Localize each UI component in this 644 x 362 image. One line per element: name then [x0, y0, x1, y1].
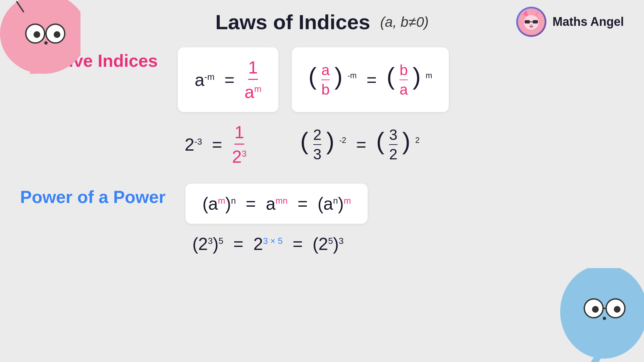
svg-point-22 [530, 24, 532, 26]
frac-ab: a b [321, 62, 330, 98]
pe-lhs: (23)5 [192, 234, 223, 254]
svg-point-6 [44, 41, 48, 45]
formula-box-1: a-m = 1 am [178, 47, 278, 112]
pf-eq1: = [241, 194, 261, 214]
negative-indices-section: Negative Indices a-m = 1 am [20, 47, 624, 167]
formula-box-2: ( a b ) -m = ( [292, 47, 449, 112]
pe-eq1: = [228, 234, 248, 254]
pf-lhs: (am)n [202, 194, 236, 214]
subtitle: (a, b≠0) [380, 14, 429, 30]
formula-1-rhs: 1 am [245, 57, 262, 102]
numerator-1: 1 [248, 57, 258, 80]
page-title: Laws of Indices [215, 10, 370, 34]
main-content: Negative Indices a-m = 1 am [0, 34, 644, 284]
logo-area: Maths Angel [516, 7, 624, 37]
denominator-1: am [245, 81, 262, 102]
power-example-math: (23)5 = 23 × 5 = (25)3 [192, 234, 343, 254]
power-example-row: (23)5 = 23 × 5 = (25)3 [185, 234, 368, 254]
title-area: Laws of Indices (a, b≠0) [215, 10, 429, 34]
power-formula-math: (am)n = amn = (an)m [202, 194, 351, 214]
formula-2-lhs: ( a b ) -m [309, 62, 357, 98]
pe-mid: 23 × 5 [253, 234, 282, 254]
negative-indices-formulas: a-m = 1 am ( [178, 47, 449, 167]
examples-row: 2-3 = 1 23 ( 2 3 ) [178, 122, 449, 167]
svg-rect-19 [525, 20, 530, 23]
formula-2-math: ( a b ) -m = ( [309, 62, 432, 98]
formula-1-math: a-m = 1 am [195, 57, 261, 102]
equals-1: = [220, 70, 239, 90]
frac-ba: b a [399, 62, 408, 98]
svg-point-13 [614, 306, 621, 313]
equals-2: = [362, 70, 381, 90]
svg-point-12 [592, 306, 599, 313]
pf-eq2: = [292, 194, 312, 214]
formula-boxes-row: a-m = 1 am ( [178, 47, 449, 112]
formula-2-rhs: ( b a ) m [386, 62, 432, 98]
ex1-lhs: 2-3 [184, 135, 202, 155]
ex2-frac-rhs: 3 2 [389, 126, 397, 163]
ex2-lhs: ( 2 3 ) -2 [300, 126, 346, 163]
brand-name: Maths Angel [552, 15, 624, 29]
pf-mid: amn [266, 194, 287, 214]
header: Laws of Indices (a, b≠0) Math [0, 0, 644, 34]
formula-1-lhs: a-m [195, 70, 214, 90]
blue-monster [557, 268, 644, 362]
ex2-eq: = [351, 135, 371, 155]
svg-point-14 [603, 317, 606, 320]
power-of-power-label: Power of a Power [20, 184, 165, 207]
example-1-math: 2-3 = 1 23 [184, 122, 247, 167]
power-of-power-section: Power of a Power (am)n = amn = (an)m [20, 184, 624, 254]
ex2-rhs: ( 3 2 ) 2 [376, 126, 420, 163]
svg-rect-20 [533, 20, 538, 23]
example-2-math: ( 2 3 ) -2 = ( 3 2 [300, 122, 420, 167]
power-formulas-col: (am)n = amn = (an)m (23)5 = 23 × 5 = [185, 184, 368, 254]
power-formula-box: (am)n = amn = (an)m [185, 184, 368, 224]
pf-rhs: (an)m [318, 194, 351, 214]
pe-rhs: (25)3 [313, 234, 344, 254]
ex2-frac-lhs: 2 3 [313, 126, 322, 163]
ex1-eq: = [207, 135, 227, 155]
pe-eq2: = [288, 234, 308, 254]
logo-icon [516, 7, 546, 37]
ex1-rhs: 1 23 [232, 122, 247, 167]
